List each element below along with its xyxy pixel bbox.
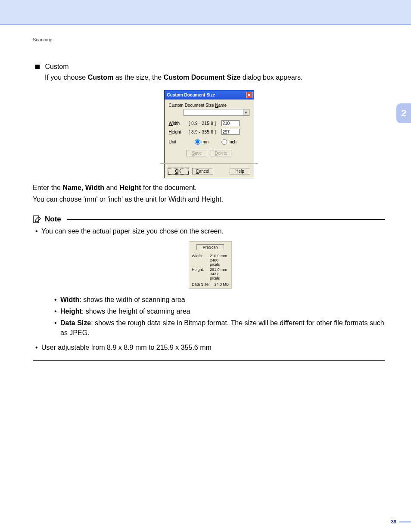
unit-mm-radio[interactable]: mm [195, 139, 209, 145]
info-datasize-value: 24.3 MB [213, 282, 229, 286]
info-width-label: Width: [192, 254, 210, 258]
width-label: Width [169, 121, 184, 126]
term-custom-doc-size: Custom Document Size [164, 74, 241, 81]
height-input[interactable] [221, 129, 240, 135]
info-height-pixels: 3437 pixels [210, 272, 229, 280]
info-width-value: 210.0 mm [210, 254, 229, 258]
prescan-info-panel: PreScan Width: 210.0 mm 2480 pixels Heig… [189, 241, 232, 289]
note-icon [33, 215, 41, 224]
unit-label: Unit [169, 140, 184, 144]
text: N [215, 103, 218, 108]
footer-accent [399, 521, 411, 523]
prescan-button[interactable]: PreScan [196, 244, 224, 250]
text: dialog box appears. [240, 74, 302, 81]
page-header-banner [0, 0, 411, 25]
text: Custom Document Size [169, 103, 215, 108]
info-height-label: Height: [192, 268, 210, 272]
dialog-title: Custom Document Size [167, 93, 215, 97]
page-number: 39 [391, 519, 396, 524]
unit-choice-line: You can choose 'mm' or 'inch' as the uni… [33, 194, 385, 204]
text: ame [218, 103, 227, 108]
text: as the size, the [113, 74, 164, 81]
height-range: [ 8.9 - 355.6 ] [186, 130, 219, 134]
bullet-range: User adjustable from 8.9 x 8.9 mm to 215… [35, 342, 385, 352]
info-datasize-label: Data Size: [192, 282, 213, 286]
width-range: [ 8.9 - 215.9 ] [186, 121, 219, 126]
enter-name-line: Enter the Name, Width and Height for the… [33, 183, 385, 193]
note-intro: You can see the actual paper size you ch… [35, 226, 385, 236]
bullet-height: Height: shows the height of scanning are… [54, 306, 385, 316]
name-combobox[interactable]: ▼ [184, 109, 249, 116]
term-custom: Custom [88, 74, 114, 81]
info-height-value: 291.0 mm [210, 268, 229, 272]
bullet-width: Width: shows the width of scanning area [54, 295, 385, 305]
delete-button[interactable]: Delete [211, 150, 231, 156]
name-field-label: Custom Document Size Name [169, 103, 249, 108]
note-title: Note [45, 215, 61, 224]
text: If you choose [45, 74, 88, 81]
section-heading-text: Custom [45, 63, 68, 70]
info-width-pixels: 2480 pixels [210, 258, 229, 267]
unit-inch-radio[interactable]: Inch [221, 139, 237, 145]
intro-paragraph: If you choose Custom as the size, the Cu… [45, 72, 385, 82]
help-button[interactable]: Help [230, 168, 250, 174]
custom-document-size-dialog: Custom Document Size ✕ Custom Document S… [164, 90, 254, 178]
save-button[interactable]: Save [187, 150, 207, 156]
close-icon[interactable]: ✕ [246, 92, 252, 98]
bullet-datasize: Data Size: shows the rough data size in … [54, 318, 385, 338]
cancel-button[interactable]: Cancel [192, 168, 213, 174]
height-label: Height [169, 130, 184, 134]
width-input[interactable] [221, 120, 240, 126]
chapter-tab: 2 [396, 103, 411, 123]
note-rule [67, 219, 385, 220]
chevron-down-icon[interactable]: ▼ [243, 109, 249, 115]
dialog-titlebar: Custom Document Size ✕ [165, 90, 254, 100]
breadcrumb: Scanning [33, 37, 385, 42]
ok-button[interactable]: OK [168, 168, 189, 174]
section-heading: Custom [35, 63, 385, 71]
note-end-rule [33, 360, 385, 361]
